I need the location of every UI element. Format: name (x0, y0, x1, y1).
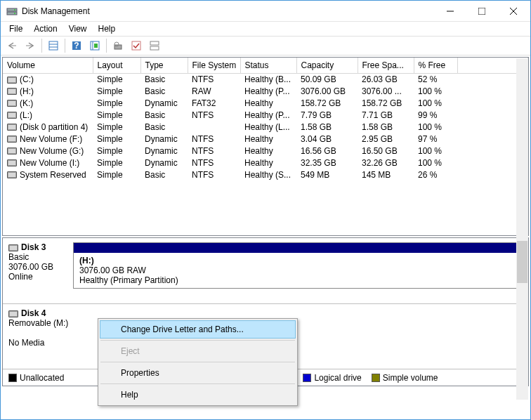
menu-help[interactable]: Help (93, 22, 122, 35)
context-menu: Change Drive Letter and Paths... Eject P… (98, 318, 298, 406)
volume-icon (7, 147, 17, 155)
volume-icon (7, 136, 17, 143)
refresh-icon[interactable] (110, 37, 126, 54)
table-row[interactable]: New Volume (F:)SimpleDynamicNTFSHealthy3… (3, 133, 528, 145)
forward-button[interactable] (22, 37, 39, 54)
window-title: Disk Management (22, 6, 434, 16)
close-button[interactable] (497, 1, 529, 21)
maximize-button[interactable] (466, 1, 497, 21)
disk3-header: Disk 3 Basic 3076.00 GB Online (3, 238, 73, 303)
check-icon[interactable] (128, 37, 145, 54)
col-capacity[interactable]: Capacity (296, 58, 358, 73)
volume-icon (7, 112, 17, 119)
ctx-change-drive-letter[interactable]: Change Drive Letter and Paths... (100, 320, 296, 339)
volume-table-wrap: Volume Layout Type File System Status Ca… (2, 57, 529, 236)
svg-point-2 (14, 9, 15, 11)
menu-file[interactable]: File (4, 22, 28, 35)
volume-icon (7, 159, 17, 166)
settings-icon[interactable] (86, 37, 103, 54)
app-icon (6, 6, 18, 17)
table-row[interactable]: (H:)SimpleBasicRAWHealthy (P...3076.00 G… (3, 85, 528, 97)
svg-rect-5 (478, 8, 485, 15)
outer-scrollbar[interactable] (516, 58, 528, 400)
svg-point-3 (14, 13, 15, 14)
table-row[interactable]: New Volume (G:)SimpleDynamicNTFSHealthy1… (3, 145, 528, 157)
minimize-button[interactable] (434, 1, 466, 21)
volume-table[interactable]: Volume Layout Type File System Status Ca… (3, 58, 528, 181)
volume-icon (7, 88, 17, 95)
volume-icon (7, 171, 17, 178)
col-status[interactable]: Status (240, 58, 296, 73)
col-layout[interactable]: Layout (93, 58, 140, 73)
table-row[interactable]: (C:)SimpleBasicNTFSHealthy (B...50.09 GB… (3, 73, 528, 85)
col-pctfree[interactable]: % Free (414, 58, 457, 73)
volume-icon (7, 77, 17, 84)
col-fs[interactable]: File System (188, 58, 240, 73)
table-row[interactable]: (L:)SimpleBasicNTFSHealthy (P...7.79 GB7… (3, 109, 528, 121)
svg-rect-20 (132, 41, 140, 50)
menu-view[interactable]: View (63, 22, 93, 35)
volume-icon (7, 124, 17, 131)
ctx-help[interactable]: Help (100, 386, 296, 404)
titlebar: Disk Management (1, 1, 530, 22)
volume-icon (7, 100, 17, 107)
svg-rect-17 (94, 44, 98, 48)
disk3-partition[interactable]: (H:) 3076.00 GB RAW Healthy (Primary Par… (73, 242, 524, 289)
back-button[interactable] (4, 37, 20, 54)
svg-rect-22 (150, 46, 159, 50)
svg-text:?: ? (74, 41, 79, 51)
col-volume[interactable]: Volume (3, 58, 93, 73)
table-row[interactable]: (Disk 0 partition 4)SimpleBasicHealthy (… (3, 121, 528, 133)
menu-action[interactable]: Action (28, 22, 63, 35)
help-icon[interactable]: ? (68, 37, 85, 54)
list-view-icon[interactable] (45, 37, 62, 54)
layout-icon[interactable] (146, 37, 163, 54)
table-row[interactable]: System ReservedSimpleBasicNTFSHealthy (S… (3, 169, 528, 181)
col-free[interactable]: Free Spa... (358, 58, 414, 73)
col-type[interactable]: Type (140, 58, 188, 73)
toolbar: ? (1, 36, 530, 55)
svg-rect-10 (49, 41, 58, 50)
table-row[interactable]: New Volume (I:)SimpleDynamicNTFSHealthy3… (3, 157, 528, 169)
disk-row-3[interactable]: Disk 3 Basic 3076.00 GB Online (H:) 3076… (3, 238, 528, 304)
table-row[interactable]: (K:)SimpleDynamicFAT32Healthy158.72 GB15… (3, 97, 528, 109)
menubar: File Action View Help (1, 22, 530, 36)
ctx-eject: Eject (100, 342, 296, 360)
svg-rect-21 (150, 41, 159, 45)
disk4-header: Disk 4 Removable (M:) No Media (3, 304, 100, 367)
ctx-properties[interactable]: Properties (100, 364, 296, 382)
